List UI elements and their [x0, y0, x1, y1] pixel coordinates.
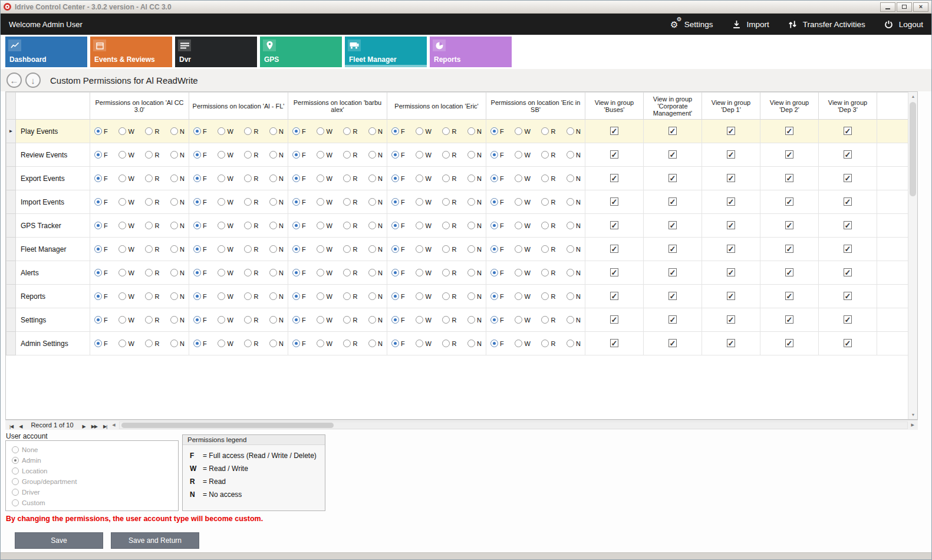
permission-radio-n[interactable]: N [368, 340, 383, 347]
permission-radio-r[interactable]: R [343, 292, 357, 300]
vertical-scroll-thumb[interactable] [910, 102, 916, 196]
permission-radio-w[interactable]: W [515, 127, 530, 135]
permission-radio-f[interactable]: F [94, 340, 108, 347]
permission-radio-n[interactable]: N [170, 340, 185, 347]
permission-radio-f[interactable]: F [292, 316, 306, 324]
group-view-checkbox[interactable]: ✓ [785, 315, 793, 324]
user-account-option-admin[interactable]: Admin [12, 455, 172, 466]
group-view-checkbox[interactable]: ✓ [610, 150, 618, 159]
permission-radio-n[interactable]: N [170, 174, 185, 182]
permission-radio-r[interactable]: R [244, 222, 258, 229]
location-column-header[interactable]: Permissions on location 'barbu alex' [288, 93, 387, 120]
group-column-header[interactable]: View in group 'Dep 1' [702, 93, 760, 120]
group-view-checkbox[interactable]: ✓ [610, 174, 618, 182]
permission-radio-n[interactable]: N [467, 292, 482, 300]
group-view-checkbox[interactable]: ✓ [668, 339, 677, 347]
permission-radio-f[interactable]: F [292, 340, 306, 347]
permission-radio-n[interactable]: N [269, 340, 284, 347]
tab-fleet-manager[interactable]: Fleet Manager [345, 37, 427, 67]
permission-radio-r[interactable]: R [343, 198, 357, 206]
group-view-checkbox[interactable]: ✓ [610, 127, 618, 135]
permission-radio-r[interactable]: R [541, 151, 555, 159]
permission-radio-w[interactable]: W [317, 245, 332, 253]
permission-radio-n[interactable]: N [567, 340, 581, 347]
permission-radio-r[interactable]: R [541, 292, 555, 300]
permission-radio-n[interactable]: N [269, 198, 284, 206]
permission-radio-f[interactable]: F [490, 316, 504, 324]
permission-radio-r[interactable]: R [541, 245, 555, 253]
group-view-checkbox[interactable]: ✓ [785, 127, 793, 135]
permission-radio-f[interactable]: F [94, 174, 108, 182]
group-view-checkbox[interactable]: ✓ [668, 315, 677, 324]
permission-radio-r[interactable]: R [145, 245, 159, 253]
permission-radio-r[interactable]: R [541, 222, 555, 229]
back-button[interactable]: ← [6, 73, 22, 88]
permission-radio-n[interactable]: N [368, 222, 383, 229]
tab-dashboard[interactable]: Dashboard [5, 37, 87, 67]
record-previous-button[interactable]: ◀ [16, 424, 25, 429]
record-first-button[interactable]: |◀ [6, 424, 16, 429]
scroll-up-icon[interactable]: ▲ [908, 92, 918, 101]
permission-radio-w[interactable]: W [515, 340, 530, 347]
permission-radio-r[interactable]: R [145, 198, 159, 206]
permission-radio-w[interactable]: W [218, 198, 233, 206]
permission-radio-n[interactable]: N [567, 245, 581, 253]
location-column-header[interactable]: Permissions on location 'Al CC 3.0' [90, 93, 189, 120]
permission-radio-n[interactable]: N [368, 269, 383, 276]
permission-radio-n[interactable]: N [170, 292, 185, 300]
group-view-checkbox[interactable]: ✓ [785, 221, 793, 229]
permission-radio-n[interactable]: N [269, 245, 284, 253]
permission-radio-w[interactable]: W [218, 292, 233, 300]
permission-radio-f[interactable]: F [94, 269, 108, 276]
permission-radio-r[interactable]: R [343, 340, 357, 347]
group-view-checkbox[interactable]: ✓ [668, 292, 677, 300]
permission-radio-r[interactable]: R [541, 127, 555, 135]
group-column-header[interactable]: View in group 'Dep 2' [760, 93, 819, 120]
permission-radio-f[interactable]: F [94, 316, 108, 324]
permission-radio-w[interactable]: W [218, 151, 233, 159]
save-and-return-button[interactable]: Save and Return [111, 532, 199, 549]
group-view-checkbox[interactable]: ✓ [844, 245, 852, 253]
permission-radio-f[interactable]: F [193, 292, 207, 300]
permission-radio-n[interactable]: N [567, 269, 581, 276]
permission-radio-f[interactable]: F [391, 340, 405, 347]
down-button[interactable]: ↓ [25, 73, 41, 88]
permission-radio-f[interactable]: F [193, 245, 207, 253]
permission-radio-r[interactable]: R [541, 340, 555, 347]
group-view-checkbox[interactable]: ✓ [785, 292, 793, 300]
tab-dvr[interactable]: Dvr [175, 37, 257, 67]
permission-radio-r[interactable]: R [244, 198, 258, 206]
permission-radio-f[interactable]: F [193, 340, 207, 347]
permission-radio-f[interactable]: F [490, 198, 504, 206]
permission-radio-r[interactable]: R [541, 174, 555, 182]
permission-radio-r[interactable]: R [145, 151, 159, 159]
permission-radio-r[interactable]: R [442, 292, 456, 300]
user-account-option-group-department[interactable]: Group/department [12, 476, 172, 487]
permission-radio-w[interactable]: W [515, 174, 530, 182]
permission-radio-w[interactable]: W [118, 245, 134, 253]
permission-radio-w[interactable]: W [118, 269, 134, 276]
permission-radio-w[interactable]: W [416, 269, 431, 276]
permission-radio-n[interactable]: N [170, 245, 185, 253]
group-view-checkbox[interactable]: ✓ [844, 292, 852, 300]
scroll-left-icon[interactable]: ◀ [110, 423, 117, 427]
minimize-button[interactable] [880, 2, 895, 12]
horizontal-scroll-thumb[interactable] [121, 423, 334, 428]
group-view-checkbox[interactable]: ✓ [727, 150, 735, 159]
permission-radio-r[interactable]: R [343, 245, 357, 253]
permission-radio-w[interactable]: W [416, 292, 431, 300]
permission-radio-w[interactable]: W [218, 174, 233, 182]
permission-radio-w[interactable]: W [218, 316, 233, 324]
grid-row[interactable]: Admin SettingsFWRNFWRNFWRNFWRNFWRN✓✓✓✓✓ [6, 332, 908, 355]
close-button[interactable]: × [913, 2, 928, 12]
grid-row[interactable]: AlertsFWRNFWRNFWRNFWRNFWRN✓✓✓✓✓ [6, 261, 908, 285]
permission-radio-r[interactable]: R [244, 292, 258, 300]
permission-radio-f[interactable]: F [94, 222, 108, 229]
group-view-checkbox[interactable]: ✓ [785, 150, 793, 159]
permission-radio-n[interactable]: N [170, 222, 185, 229]
permission-radio-w[interactable]: W [218, 269, 233, 276]
permission-radio-n[interactable]: N [368, 151, 383, 159]
permission-radio-w[interactable]: W [118, 292, 134, 300]
permission-radio-n[interactable]: N [368, 127, 383, 135]
permission-radio-n[interactable]: N [368, 174, 383, 182]
